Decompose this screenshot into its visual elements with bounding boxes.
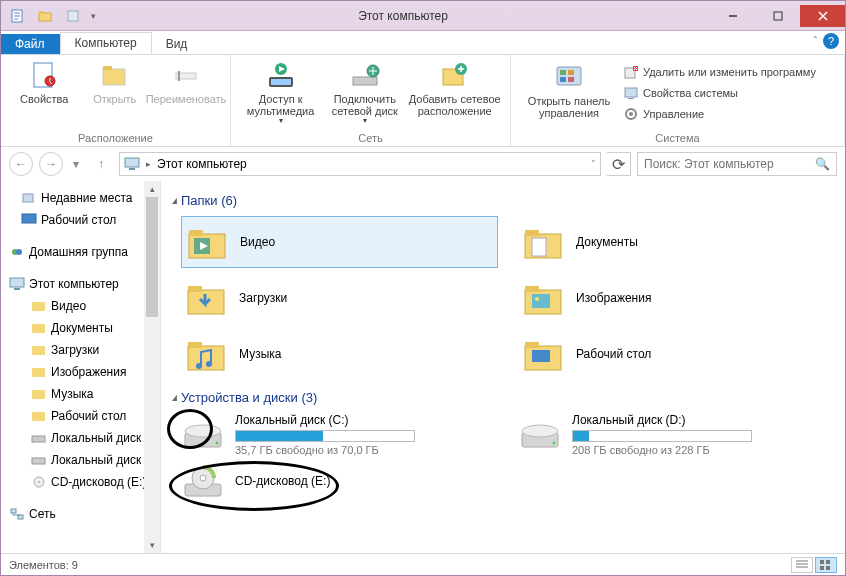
sidebar-item-this-pc[interactable]: Этот компьютер (1, 273, 160, 295)
svg-point-73 (553, 441, 556, 444)
svg-rect-80 (826, 566, 830, 570)
drive-d[interactable]: Локальный диск (D:) 208 ГБ свободно из 2… (518, 413, 835, 456)
svg-point-34 (16, 249, 22, 255)
svg-rect-26 (628, 98, 634, 99)
open-button[interactable]: Открыть (80, 59, 151, 105)
ribbon-collapse-icon[interactable]: ˆ (814, 36, 817, 47)
svg-rect-53 (525, 230, 539, 236)
system-properties-button[interactable]: Свойства системы (621, 84, 818, 102)
content-pane: Папки (6) Видео Документы Загрузки Изобр… (161, 181, 845, 553)
qat-new-folder-icon[interactable] (35, 5, 57, 27)
group-location-label: Расположение (1, 132, 230, 146)
tab-file[interactable]: Файл (1, 34, 60, 54)
view-details-button[interactable] (791, 557, 813, 573)
sidebar-scrollbar[interactable]: ▴ ▾ (144, 181, 160, 553)
search-box[interactable]: 🔍 (637, 152, 837, 176)
close-button[interactable] (800, 5, 845, 27)
view-icons-button[interactable] (815, 557, 837, 573)
maximize-button[interactable] (755, 5, 800, 27)
sidebar-item-cd[interactable]: CD-дисковод (E:) (1, 471, 160, 493)
sidebar-item-local-d[interactable]: Локальный диск (D:) (1, 449, 160, 471)
group-system-label: Система (511, 132, 844, 146)
properties-button[interactable]: Свойства (9, 59, 80, 105)
svg-rect-44 (32, 458, 45, 464)
svg-point-72 (522, 425, 558, 437)
folder-documents[interactable]: Документы (518, 216, 835, 268)
svg-point-69 (185, 425, 221, 437)
quick-access-toolbar: ▾ (1, 5, 96, 27)
svg-rect-38 (32, 324, 45, 333)
folder-pictures[interactable]: Изображения (518, 272, 835, 324)
tab-computer[interactable]: Компьютер (60, 32, 152, 54)
svg-point-60 (535, 297, 539, 301)
section-folders-header[interactable]: Папки (6) (171, 193, 835, 208)
address-bar: ← → ▾ ↑ ▸ Этот компьютер ˅ ⟳ 🔍 (1, 147, 845, 181)
up-button[interactable]: ↑ (89, 152, 113, 176)
sidebar-item-pictures[interactable]: Изображения (1, 361, 160, 383)
svg-rect-8 (103, 66, 112, 70)
svg-rect-25 (625, 88, 637, 97)
folder-icon (522, 220, 566, 264)
folder-icon (185, 332, 229, 376)
navigation-pane: Недавние места Рабочий стол Домашняя гру… (1, 181, 161, 553)
section-drives-header[interactable]: Устройства и диски (3) (171, 390, 835, 405)
sidebar-item-downloads[interactable]: Загрузки (1, 339, 160, 361)
folder-icon (185, 276, 229, 320)
refresh-button[interactable]: ⟳ (607, 152, 631, 176)
tab-view[interactable]: Вид (152, 34, 203, 54)
breadcrumb[interactable]: ▸ Этот компьютер ˅ (119, 152, 601, 176)
sidebar-item-music[interactable]: Музыка (1, 383, 160, 405)
drive-icon (181, 417, 225, 453)
sidebar-item-recent[interactable]: Недавние места (1, 187, 160, 209)
qat-undo-icon[interactable] (63, 5, 85, 27)
svg-rect-36 (14, 288, 20, 290)
history-dropdown[interactable]: ▾ (69, 152, 83, 176)
sidebar-item-homegroup[interactable]: Домашняя группа (1, 241, 160, 263)
folder-music[interactable]: Музыка (181, 328, 498, 380)
scroll-down-icon[interactable]: ▾ (144, 537, 160, 553)
folder-icon (522, 276, 566, 320)
drive-c[interactable]: Локальный диск (C:) 35,7 ГБ свободно из … (181, 413, 498, 456)
rename-button[interactable]: Переименовать (150, 59, 222, 105)
svg-rect-35 (10, 278, 24, 287)
breadcrumb-sep-icon[interactable]: ▸ (146, 159, 151, 169)
drive-e[interactable]: CD-дисковод (E:) (181, 464, 498, 500)
sidebar-item-desktop2[interactable]: Рабочий стол (1, 405, 160, 427)
folder-videos[interactable]: Видео (181, 216, 498, 268)
qat-properties-icon[interactable] (7, 5, 29, 27)
svg-rect-19 (560, 70, 566, 75)
breadcrumb-dropdown-icon[interactable]: ˅ (591, 159, 596, 169)
search-input[interactable] (644, 157, 815, 171)
manage-button[interactable]: Управление (621, 105, 818, 123)
forward-button[interactable]: → (39, 152, 63, 176)
help-icon[interactable]: ? (823, 33, 839, 49)
svg-point-64 (206, 361, 212, 367)
control-panel-label: Открыть панель управления (519, 95, 619, 119)
svg-rect-12 (271, 79, 291, 85)
media-access-button[interactable]: Доступ к мультимедиа▾ (239, 59, 322, 126)
control-panel-button[interactable]: Открыть панель управления (519, 61, 619, 119)
sidebar-item-videos[interactable]: Видео (1, 295, 160, 317)
svg-rect-40 (32, 368, 45, 377)
minimize-button[interactable] (710, 5, 755, 27)
svg-rect-21 (560, 77, 566, 82)
sidebar-item-desktop[interactable]: Рабочий стол (1, 209, 160, 231)
scroll-up-icon[interactable]: ▴ (144, 181, 160, 197)
sidebar-item-documents[interactable]: Документы (1, 317, 160, 339)
folder-desktop[interactable]: Рабочий стол (518, 328, 835, 380)
svg-rect-20 (568, 70, 574, 75)
scroll-thumb[interactable] (146, 197, 158, 317)
back-button[interactable]: ← (9, 152, 33, 176)
uninstall-button[interactable]: Удалить или изменить программу (621, 63, 818, 81)
sidebar-item-local-c[interactable]: Локальный диск (C:) (1, 427, 160, 449)
folder-downloads[interactable]: Загрузки (181, 272, 498, 324)
search-icon[interactable]: 🔍 (815, 157, 830, 171)
breadcrumb-current[interactable]: Этот компьютер (157, 157, 247, 171)
sidebar-item-network[interactable]: Сеть (1, 503, 160, 525)
svg-point-63 (196, 363, 202, 369)
ribbon-tabs: Файл Компьютер Вид ˆ ? (1, 31, 845, 55)
map-drive-button[interactable]: Подключить сетевой диск▾ (322, 59, 407, 126)
add-location-button[interactable]: Добавить сетевое расположение (407, 59, 502, 117)
svg-rect-58 (525, 286, 539, 292)
svg-point-28 (629, 112, 633, 116)
